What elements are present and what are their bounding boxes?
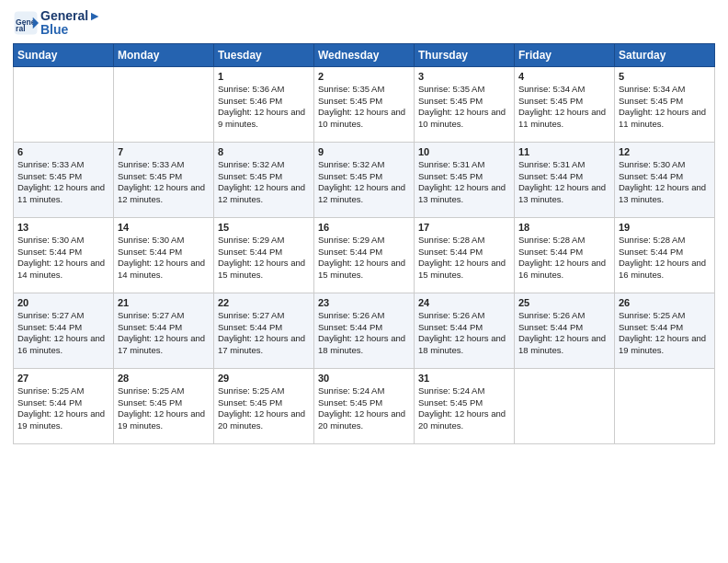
day-number: 2 — [318, 71, 410, 82]
day-detail: Sunrise: 5:25 AMSunset: 5:45 PMDaylight:… — [218, 385, 310, 432]
day-number: 31 — [418, 373, 510, 384]
calendar-cell: 29Sunrise: 5:25 AMSunset: 5:45 PMDayligh… — [214, 368, 314, 443]
calendar-cell: 2Sunrise: 5:35 AMSunset: 5:45 PMDaylight… — [314, 66, 415, 142]
day-number: 5 — [619, 71, 711, 82]
calendar-week-row: 20Sunrise: 5:27 AMSunset: 5:44 PMDayligh… — [14, 293, 715, 368]
day-detail: Sunrise: 5:30 AMSunset: 5:44 PMDaylight:… — [619, 159, 711, 206]
page: Gene- ral General► Blue SundayMondayTues… — [0, 0, 728, 563]
day-detail: Sunrise: 5:27 AMSunset: 5:44 PMDaylight:… — [118, 310, 210, 357]
day-detail: Sunrise: 5:31 AMSunset: 5:45 PMDaylight:… — [418, 159, 510, 206]
day-number: 4 — [518, 71, 610, 82]
calendar-cell: 18Sunrise: 5:28 AMSunset: 5:44 PMDayligh… — [515, 217, 615, 293]
calendar-cell: 24Sunrise: 5:26 AMSunset: 5:44 PMDayligh… — [415, 293, 515, 368]
day-number: 23 — [318, 297, 410, 308]
day-number: 7 — [118, 146, 210, 157]
day-header-monday: Monday — [114, 43, 214, 66]
day-number: 9 — [318, 146, 410, 157]
day-detail: Sunrise: 5:25 AMSunset: 5:44 PMDaylight:… — [619, 310, 711, 357]
day-detail: Sunrise: 5:29 AMSunset: 5:44 PMDaylight:… — [218, 235, 310, 282]
logo-line2: Blue — [40, 23, 101, 37]
day-detail: Sunrise: 5:32 AMSunset: 5:45 PMDaylight:… — [218, 159, 310, 206]
day-detail: Sunrise: 5:25 AMSunset: 5:44 PMDaylight:… — [17, 385, 109, 432]
day-detail: Sunrise: 5:27 AMSunset: 5:44 PMDaylight:… — [17, 310, 109, 357]
calendar-cell: 4Sunrise: 5:34 AMSunset: 5:45 PMDaylight… — [515, 66, 615, 142]
header: Gene- ral General► Blue — [13, 9, 715, 38]
calendar-cell: 19Sunrise: 5:28 AMSunset: 5:44 PMDayligh… — [615, 217, 715, 293]
calendar-header-row: SundayMondayTuesdayWednesdayThursdayFrid… — [14, 43, 715, 66]
day-detail: Sunrise: 5:24 AMSunset: 5:45 PMDaylight:… — [418, 385, 510, 432]
calendar-cell: 21Sunrise: 5:27 AMSunset: 5:44 PMDayligh… — [114, 293, 214, 368]
calendar-table: SundayMondayTuesdayWednesdayThursdayFrid… — [13, 43, 715, 444]
day-detail: Sunrise: 5:36 AMSunset: 5:46 PMDaylight:… — [218, 84, 310, 131]
day-detail: Sunrise: 5:34 AMSunset: 5:45 PMDaylight:… — [518, 84, 610, 131]
calendar-week-row: 6Sunrise: 5:33 AMSunset: 5:45 PMDaylight… — [14, 142, 715, 217]
calendar-week-row: 1Sunrise: 5:36 AMSunset: 5:46 PMDaylight… — [14, 66, 715, 142]
day-detail: Sunrise: 5:26 AMSunset: 5:44 PMDaylight:… — [318, 310, 410, 357]
calendar-cell — [114, 66, 214, 142]
calendar-cell: 14Sunrise: 5:30 AMSunset: 5:44 PMDayligh… — [114, 217, 214, 293]
day-number: 15 — [218, 222, 310, 233]
calendar-cell: 27Sunrise: 5:25 AMSunset: 5:44 PMDayligh… — [14, 368, 114, 443]
day-number: 24 — [418, 297, 510, 308]
day-number: 19 — [619, 222, 711, 233]
calendar-cell: 6Sunrise: 5:33 AMSunset: 5:45 PMDaylight… — [14, 142, 114, 217]
day-detail: Sunrise: 5:28 AMSunset: 5:44 PMDaylight:… — [518, 235, 610, 282]
day-number: 21 — [118, 297, 210, 308]
calendar-cell: 10Sunrise: 5:31 AMSunset: 5:45 PMDayligh… — [415, 142, 515, 217]
logo-text-block: General► Blue — [40, 9, 101, 38]
calendar-cell: 12Sunrise: 5:30 AMSunset: 5:44 PMDayligh… — [615, 142, 715, 217]
day-number: 3 — [418, 71, 510, 82]
logo-icon: Gene- ral — [13, 10, 39, 36]
day-detail: Sunrise: 5:25 AMSunset: 5:45 PMDaylight:… — [118, 385, 210, 432]
calendar-cell: 28Sunrise: 5:25 AMSunset: 5:45 PMDayligh… — [114, 368, 214, 443]
day-number: 14 — [118, 222, 210, 233]
calendar-cell: 22Sunrise: 5:27 AMSunset: 5:44 PMDayligh… — [214, 293, 314, 368]
day-number: 1 — [218, 71, 310, 82]
day-header-sunday: Sunday — [14, 43, 114, 66]
day-number: 18 — [518, 222, 610, 233]
calendar-week-row: 13Sunrise: 5:30 AMSunset: 5:44 PMDayligh… — [14, 217, 715, 293]
day-number: 13 — [17, 222, 109, 233]
calendar-cell: 26Sunrise: 5:25 AMSunset: 5:44 PMDayligh… — [615, 293, 715, 368]
day-detail: Sunrise: 5:32 AMSunset: 5:45 PMDaylight:… — [318, 159, 410, 206]
day-detail: Sunrise: 5:28 AMSunset: 5:44 PMDaylight:… — [619, 235, 711, 282]
day-number: 6 — [17, 146, 109, 157]
calendar-cell: 30Sunrise: 5:24 AMSunset: 5:45 PMDayligh… — [314, 368, 415, 443]
day-number: 17 — [418, 222, 510, 233]
day-number: 8 — [218, 146, 310, 157]
day-detail: Sunrise: 5:30 AMSunset: 5:44 PMDaylight:… — [17, 235, 109, 282]
day-number: 16 — [318, 222, 410, 233]
day-number: 30 — [318, 373, 410, 384]
calendar-cell: 8Sunrise: 5:32 AMSunset: 5:45 PMDaylight… — [214, 142, 314, 217]
day-detail: Sunrise: 5:34 AMSunset: 5:45 PMDaylight:… — [619, 84, 711, 131]
day-detail: Sunrise: 5:30 AMSunset: 5:44 PMDaylight:… — [118, 235, 210, 282]
day-detail: Sunrise: 5:35 AMSunset: 5:45 PMDaylight:… — [318, 84, 410, 131]
day-number: 20 — [17, 297, 109, 308]
svg-text:ral: ral — [16, 25, 25, 34]
day-detail: Sunrise: 5:33 AMSunset: 5:45 PMDaylight:… — [118, 159, 210, 206]
day-number: 25 — [518, 297, 610, 308]
day-header-saturday: Saturday — [615, 43, 715, 66]
calendar-cell: 5Sunrise: 5:34 AMSunset: 5:45 PMDaylight… — [615, 66, 715, 142]
day-detail: Sunrise: 5:28 AMSunset: 5:44 PMDaylight:… — [418, 235, 510, 282]
day-number: 26 — [619, 297, 711, 308]
day-number: 12 — [619, 146, 711, 157]
logo-line1: General► — [40, 9, 101, 23]
calendar-cell: 1Sunrise: 5:36 AMSunset: 5:46 PMDaylight… — [214, 66, 314, 142]
day-detail: Sunrise: 5:35 AMSunset: 5:45 PMDaylight:… — [418, 84, 510, 131]
day-header-wednesday: Wednesday — [314, 43, 415, 66]
calendar-week-row: 27Sunrise: 5:25 AMSunset: 5:44 PMDayligh… — [14, 368, 715, 443]
logo: Gene- ral General► Blue — [13, 9, 101, 38]
day-number: 22 — [218, 297, 310, 308]
calendar-cell: 31Sunrise: 5:24 AMSunset: 5:45 PMDayligh… — [415, 368, 515, 443]
day-header-thursday: Thursday — [415, 43, 515, 66]
calendar-cell: 11Sunrise: 5:31 AMSunset: 5:44 PMDayligh… — [515, 142, 615, 217]
day-number: 29 — [218, 373, 310, 384]
calendar-cell: 9Sunrise: 5:32 AMSunset: 5:45 PMDaylight… — [314, 142, 415, 217]
calendar-cell — [615, 368, 715, 443]
day-detail: Sunrise: 5:26 AMSunset: 5:44 PMDaylight:… — [418, 310, 510, 357]
day-detail: Sunrise: 5:24 AMSunset: 5:45 PMDaylight:… — [318, 385, 410, 432]
calendar-cell: 23Sunrise: 5:26 AMSunset: 5:44 PMDayligh… — [314, 293, 415, 368]
day-number: 27 — [17, 373, 109, 384]
calendar-cell: 20Sunrise: 5:27 AMSunset: 5:44 PMDayligh… — [14, 293, 114, 368]
